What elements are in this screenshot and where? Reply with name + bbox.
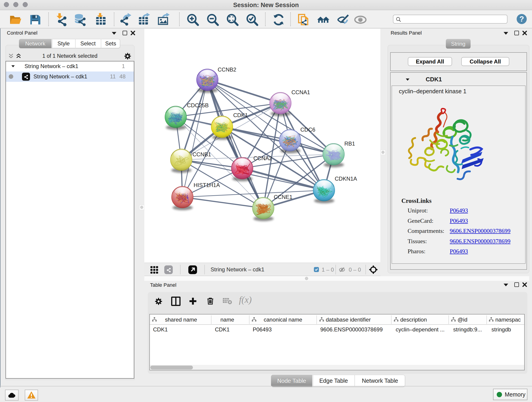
svg-text:RB1: RB1 xyxy=(344,140,355,147)
svg-text:CDC25B: CDC25B xyxy=(187,102,209,108)
svg-text:CDKN1A: CDKN1A xyxy=(335,176,357,182)
svg-text:CDC6: CDC6 xyxy=(300,127,315,133)
svg-text:CCNB2: CCNB2 xyxy=(218,66,236,73)
svg-text:CCNA1: CCNA1 xyxy=(291,89,310,95)
svg-text:CCNB1: CCNB1 xyxy=(192,151,211,157)
svg-text:CDK1: CDK1 xyxy=(233,112,248,118)
svg-text:CCNA2: CCNA2 xyxy=(253,155,272,161)
svg-text:CCNE1: CCNE1 xyxy=(274,194,292,200)
svg-text:HIST1H1A: HIST1H1A xyxy=(194,182,220,188)
